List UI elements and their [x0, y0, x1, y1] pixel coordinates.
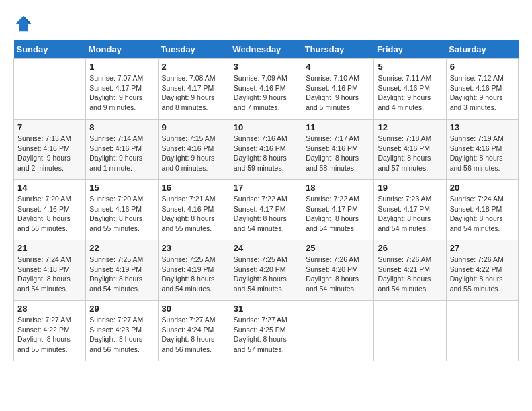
header-wednesday: Wednesday	[230, 40, 302, 59]
calendar-cell: 24Sunrise: 7:25 AM Sunset: 4:20 PM Dayli…	[230, 240, 302, 301]
day-info: Sunrise: 7:07 AM Sunset: 4:17 PM Dayligh…	[89, 73, 154, 113]
day-number: 10	[234, 122, 298, 132]
day-number: 22	[89, 243, 154, 253]
calendar-cell	[302, 301, 374, 361]
svg-marker-0	[16, 16, 32, 32]
day-number: 29	[89, 304, 154, 314]
day-info: Sunrise: 7:27 AM Sunset: 4:23 PM Dayligh…	[89, 315, 154, 355]
day-info: Sunrise: 7:19 AM Sunset: 4:16 PM Dayligh…	[450, 134, 515, 173]
day-number: 3	[234, 62, 298, 72]
day-number: 5	[378, 62, 442, 72]
day-info: Sunrise: 7:27 AM Sunset: 4:22 PM Dayligh…	[17, 315, 82, 355]
calendar-cell	[14, 59, 86, 120]
calendar-cell: 4Sunrise: 7:10 AM Sunset: 4:16 PM Daylig…	[302, 59, 374, 120]
day-info: Sunrise: 7:20 AM Sunset: 4:16 PM Dayligh…	[17, 194, 82, 234]
calendar-cell: 29Sunrise: 7:27 AM Sunset: 4:23 PM Dayli…	[86, 301, 158, 361]
calendar-cell: 26Sunrise: 7:26 AM Sunset: 4:21 PM Dayli…	[374, 240, 446, 301]
day-info: Sunrise: 7:24 AM Sunset: 4:18 PM Dayligh…	[17, 255, 82, 294]
day-info: Sunrise: 7:25 AM Sunset: 4:19 PM Dayligh…	[89, 255, 154, 294]
calendar-cell: 13Sunrise: 7:19 AM Sunset: 4:16 PM Dayli…	[446, 120, 518, 180]
day-number: 7	[17, 122, 82, 132]
calendar-cell: 19Sunrise: 7:23 AM Sunset: 4:17 PM Dayli…	[374, 180, 446, 240]
day-number: 14	[17, 183, 82, 193]
header-monday: Monday	[86, 40, 158, 59]
calendar-cell: 21Sunrise: 7:24 AM Sunset: 4:18 PM Dayli…	[14, 240, 86, 301]
calendar-cell: 14Sunrise: 7:20 AM Sunset: 4:16 PM Dayli…	[14, 180, 86, 240]
day-number: 15	[89, 183, 154, 193]
day-number: 18	[306, 183, 370, 193]
day-number: 27	[450, 243, 515, 253]
day-info: Sunrise: 7:13 AM Sunset: 4:16 PM Dayligh…	[17, 134, 82, 173]
calendar-cell: 18Sunrise: 7:22 AM Sunset: 4:17 PM Dayli…	[302, 180, 374, 240]
calendar-cell: 31Sunrise: 7:27 AM Sunset: 4:25 PM Dayli…	[230, 301, 302, 361]
day-info: Sunrise: 7:23 AM Sunset: 4:17 PM Dayligh…	[378, 194, 442, 234]
day-info: Sunrise: 7:14 AM Sunset: 4:16 PM Dayligh…	[89, 134, 154, 173]
logo-icon	[13, 13, 34, 34]
header-thursday: Thursday	[302, 40, 374, 59]
day-info: Sunrise: 7:22 AM Sunset: 4:17 PM Dayligh…	[234, 194, 298, 234]
day-info: Sunrise: 7:17 AM Sunset: 4:16 PM Dayligh…	[306, 134, 370, 173]
calendar-cell: 6Sunrise: 7:12 AM Sunset: 4:16 PM Daylig…	[446, 59, 518, 120]
day-number: 21	[17, 243, 82, 253]
calendar-cell: 1Sunrise: 7:07 AM Sunset: 4:17 PM Daylig…	[86, 59, 158, 120]
day-number: 4	[306, 62, 370, 72]
week-row-4: 21Sunrise: 7:24 AM Sunset: 4:18 PM Dayli…	[14, 240, 519, 301]
calendar-cell: 8Sunrise: 7:14 AM Sunset: 4:16 PM Daylig…	[86, 120, 158, 180]
calendar-cell: 30Sunrise: 7:27 AM Sunset: 4:24 PM Dayli…	[158, 301, 230, 361]
calendar-cell: 9Sunrise: 7:15 AM Sunset: 4:16 PM Daylig…	[158, 120, 230, 180]
day-info: Sunrise: 7:26 AM Sunset: 4:20 PM Dayligh…	[306, 255, 370, 294]
day-info: Sunrise: 7:21 AM Sunset: 4:16 PM Dayligh…	[162, 194, 226, 234]
week-row-3: 14Sunrise: 7:20 AM Sunset: 4:16 PM Dayli…	[14, 180, 519, 240]
header-saturday: Saturday	[446, 40, 518, 59]
calendar-cell: 23Sunrise: 7:25 AM Sunset: 4:19 PM Dayli…	[158, 240, 230, 301]
header-tuesday: Tuesday	[158, 40, 230, 59]
day-info: Sunrise: 7:11 AM Sunset: 4:16 PM Dayligh…	[378, 73, 442, 113]
day-number: 12	[378, 122, 442, 132]
day-info: Sunrise: 7:08 AM Sunset: 4:17 PM Dayligh…	[162, 73, 226, 113]
calendar-cell: 27Sunrise: 7:26 AM Sunset: 4:22 PM Dayli…	[446, 240, 518, 301]
day-info: Sunrise: 7:25 AM Sunset: 4:19 PM Dayligh…	[162, 255, 226, 294]
calendar-cell: 11Sunrise: 7:17 AM Sunset: 4:16 PM Dayli…	[302, 120, 374, 180]
header-sunday: Sunday	[14, 40, 86, 59]
day-info: Sunrise: 7:26 AM Sunset: 4:21 PM Dayligh…	[378, 255, 442, 294]
day-number: 2	[162, 62, 226, 72]
day-number: 16	[162, 183, 226, 193]
calendar-cell: 20Sunrise: 7:24 AM Sunset: 4:18 PM Dayli…	[446, 180, 518, 240]
calendar-cell: 10Sunrise: 7:16 AM Sunset: 4:16 PM Dayli…	[230, 120, 302, 180]
day-number: 23	[162, 243, 226, 253]
day-number: 26	[378, 243, 442, 253]
day-number: 11	[306, 122, 370, 132]
day-number: 1	[89, 62, 154, 72]
day-number: 6	[450, 62, 515, 72]
day-number: 19	[378, 183, 442, 193]
calendar-header-row: SundayMondayTuesdayWednesdayThursdayFrid…	[14, 40, 519, 59]
day-info: Sunrise: 7:16 AM Sunset: 4:16 PM Dayligh…	[234, 134, 298, 173]
week-row-1: 1Sunrise: 7:07 AM Sunset: 4:17 PM Daylig…	[14, 59, 519, 120]
day-info: Sunrise: 7:25 AM Sunset: 4:20 PM Dayligh…	[234, 255, 298, 294]
day-info: Sunrise: 7:09 AM Sunset: 4:16 PM Dayligh…	[234, 73, 298, 113]
week-row-2: 7Sunrise: 7:13 AM Sunset: 4:16 PM Daylig…	[14, 120, 519, 180]
day-info: Sunrise: 7:26 AM Sunset: 4:22 PM Dayligh…	[450, 255, 515, 294]
day-info: Sunrise: 7:10 AM Sunset: 4:16 PM Dayligh…	[306, 73, 370, 113]
day-info: Sunrise: 7:20 AM Sunset: 4:16 PM Dayligh…	[89, 194, 154, 234]
calendar-cell: 3Sunrise: 7:09 AM Sunset: 4:16 PM Daylig…	[230, 59, 302, 120]
day-info: Sunrise: 7:12 AM Sunset: 4:16 PM Dayligh…	[450, 73, 515, 113]
day-number: 9	[162, 122, 226, 132]
day-number: 13	[450, 122, 515, 132]
calendar-cell: 16Sunrise: 7:21 AM Sunset: 4:16 PM Dayli…	[158, 180, 230, 240]
day-number: 20	[450, 183, 515, 193]
calendar-cell: 22Sunrise: 7:25 AM Sunset: 4:19 PM Dayli…	[86, 240, 158, 301]
page-header	[13, 13, 519, 34]
calendar-table: SundayMondayTuesdayWednesdayThursdayFrid…	[13, 40, 519, 361]
calendar-cell: 5Sunrise: 7:11 AM Sunset: 4:16 PM Daylig…	[374, 59, 446, 120]
day-number: 17	[234, 183, 298, 193]
calendar-cell: 17Sunrise: 7:22 AM Sunset: 4:17 PM Dayli…	[230, 180, 302, 240]
calendar-cell: 28Sunrise: 7:27 AM Sunset: 4:22 PM Dayli…	[14, 301, 86, 361]
day-number: 8	[89, 122, 154, 132]
calendar-cell	[446, 301, 518, 361]
day-info: Sunrise: 7:24 AM Sunset: 4:18 PM Dayligh…	[450, 194, 515, 234]
day-number: 24	[234, 243, 298, 253]
day-number: 31	[234, 304, 298, 314]
day-info: Sunrise: 7:15 AM Sunset: 4:16 PM Dayligh…	[162, 134, 226, 173]
day-info: Sunrise: 7:27 AM Sunset: 4:25 PM Dayligh…	[234, 315, 298, 355]
